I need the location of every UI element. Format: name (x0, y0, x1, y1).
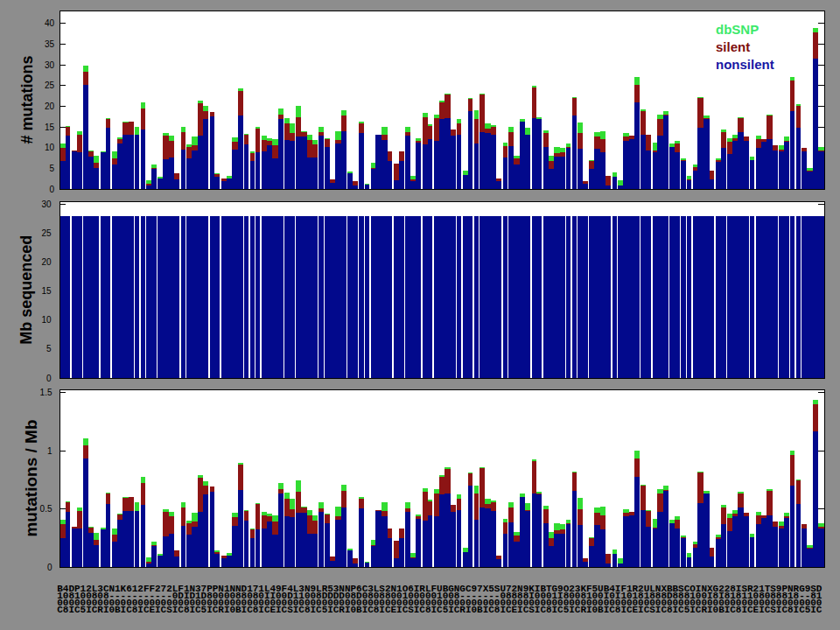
svg-text:# mutations: # mutations (18, 55, 36, 144)
svg-text:1: 1 (47, 446, 52, 456)
svg-text:5: 5 (49, 164, 54, 173)
svg-text:dbSNP: dbSNP (716, 22, 759, 37)
svg-text:30: 30 (41, 200, 52, 209)
svg-text:25: 25 (41, 228, 52, 238)
svg-text:40: 40 (45, 18, 55, 28)
svg-text:15: 15 (45, 122, 55, 132)
svg-text:20: 20 (45, 102, 55, 111)
svg-text:1.5: 1.5 (40, 388, 52, 397)
svg-text:silent: silent (716, 39, 750, 54)
svg-text:C8IC5ICRI0BIC8ICEICSIC8IC5ICRI: C8IC5ICRI0BIC8ICEICSIC8IC5ICRI0BIC8ICEIC… (57, 605, 822, 615)
svg-text:nonsilent: nonsilent (716, 57, 774, 72)
svg-text:30: 30 (45, 60, 55, 70)
svg-text:mutations / Mb: mutations / Mb (22, 419, 40, 536)
svg-text:Mb sequenced: Mb sequenced (18, 235, 35, 345)
svg-text:10: 10 (41, 315, 52, 325)
svg-text:0: 0 (47, 563, 52, 572)
svg-text:10: 10 (45, 143, 55, 152)
svg-text:0.5: 0.5 (40, 504, 52, 514)
svg-text:15: 15 (41, 286, 52, 296)
svg-text:0: 0 (49, 185, 54, 194)
svg-text:25: 25 (45, 80, 55, 90)
svg-text:20: 20 (41, 257, 52, 267)
svg-text:5: 5 (46, 344, 52, 354)
svg-text:35: 35 (45, 39, 55, 49)
svg-text:0: 0 (46, 374, 52, 383)
